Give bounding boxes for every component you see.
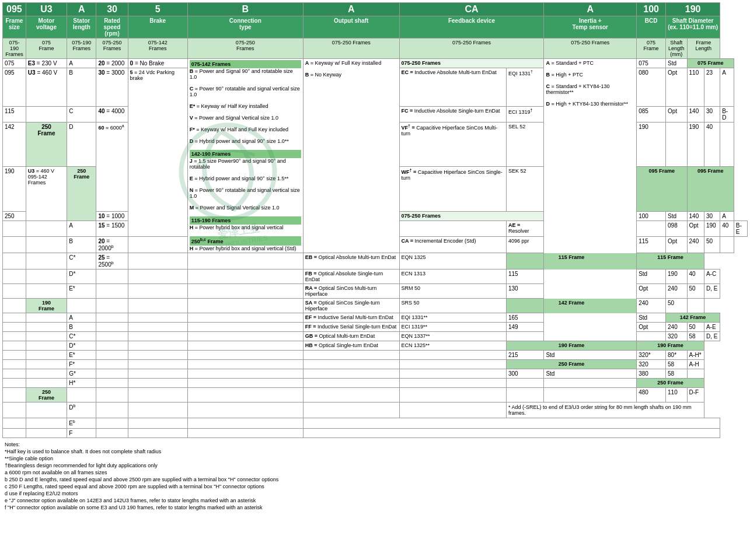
frame-length-a2: A — [720, 211, 734, 220]
note-e: e "J" connector option available on 142E… — [5, 498, 745, 503]
bcd-149-opt-val: Opt — [637, 323, 666, 332]
speed-1500: 15 = 1500 — [96, 220, 128, 236]
shaft-40-2: 40 — [720, 220, 734, 236]
shaft-23: 23 — [704, 68, 720, 107]
shaft-140: 140 — [687, 107, 704, 123]
bcd-115-std-val: Std — [637, 270, 666, 284]
shaft-190-2: 190 — [704, 220, 720, 236]
feedback-gb-code: EQN 1337** — [399, 332, 506, 341]
shaft-190-frame-header: 190 Frame — [637, 341, 704, 351]
stator-gstar-190: G* — [67, 369, 96, 379]
feedback-fb: FB = Optical Absolute Single-turn EnDat — [303, 270, 399, 284]
feedback-ff-code: ECI 1319** — [399, 323, 506, 332]
brake-5-col: 5 = 24 Vdc Parking brake — [128, 68, 187, 237]
feedback-ec-code: EQI 1331† — [507, 68, 544, 107]
header-inertia-temp: Inertia +Temp sensor — [544, 16, 637, 38]
label-250-frame: 250b,c Frame — [190, 236, 301, 246]
bcd-300-std-code: 300 — [507, 369, 544, 379]
bcd-115-opt-code: 115 — [637, 236, 666, 253]
stator-dstar-190: D* — [67, 341, 96, 351]
bcd-100-std-code: 100 — [637, 211, 666, 220]
frame-length-df: D-F — [687, 388, 704, 402]
feedback-hb: HB = Optical Single-turn EnDat — [303, 341, 399, 351]
voltage-u3: U3 = 460 V — [26, 68, 67, 107]
range-stator-length: 075-190Frames — [67, 38, 96, 59]
feedback-ra: RA = Optical SinCos Multi-turn Hiperface — [303, 284, 399, 299]
feedback-075-250-header2: 075-250 Frames — [399, 211, 544, 220]
shaft-075-frame-header: 075 Frame — [687, 59, 734, 68]
speed-1000: 10 = 1000 — [96, 211, 128, 220]
label-075-142-frames: 075-142 Frames — [190, 60, 301, 68]
note-f: f "H" connector option available on some… — [5, 505, 745, 510]
code-b: B — [187, 3, 303, 16]
bcd-190-frame-header: 190 Frame — [507, 341, 637, 351]
speed-2000: 20 = 2000 — [96, 59, 128, 68]
range-frame-length: FrameLength — [687, 38, 720, 59]
page: 095 U3 A 30 5 B A CA A 100 190 Framesize… — [0, 0, 750, 516]
feedback-gb: GB = Optical Multi-turn EnDat — [303, 332, 399, 341]
shaft-320: 320 — [666, 332, 687, 341]
stator-d: D — [67, 123, 96, 167]
stator-c: C — [67, 107, 96, 123]
range-brake: 075-142Frames — [128, 38, 187, 59]
stator-estar-190: E* — [67, 351, 96, 360]
shaft-58-2: 58 — [666, 360, 687, 369]
bcd-215-std-val: Std — [544, 351, 637, 360]
connection-075-142: 075-142 Frames B = Power and Signal 90° … — [187, 59, 303, 253]
feedback-ae: AE = Resolver — [507, 220, 544, 236]
feedback-075-250-header: 075-250 Frames — [399, 59, 544, 68]
bcd-100-std-val: Std — [666, 211, 687, 220]
code-ca: CA — [399, 3, 544, 16]
shaft-30: 30 — [704, 107, 720, 123]
shaft-140-2: 140 — [687, 211, 704, 220]
stator-f-250: F — [67, 428, 96, 438]
stator-estar: E* — [67, 284, 96, 299]
shaft-58: 58 — [687, 332, 704, 341]
code-30: 30 — [96, 3, 128, 16]
bcd-115-frame-header: 115 Frame — [507, 253, 637, 270]
feedback-ca-code: 4096 ppr — [507, 236, 544, 253]
shaft-240-2: 240 — [666, 284, 687, 299]
stator-b-095: B — [67, 236, 96, 253]
frame-length-de: D, E — [704, 284, 720, 299]
feedback-ca: CA = Incremental Encoder (Std) — [399, 236, 506, 253]
header-rated-speed: Ratedspeed(rpm) — [96, 16, 128, 38]
speed-2500-b: 25 = 2500b — [96, 253, 128, 270]
header-bcd: BCD — [637, 16, 666, 38]
frame-length-bd: B-D — [720, 107, 734, 123]
frame-length-a: A — [720, 68, 734, 107]
feedback-vf-code: SEL 52 — [507, 123, 544, 167]
bcd-080-opt-code: 080 — [637, 68, 666, 107]
header-motor-voltage: Motorvoltage — [26, 16, 67, 38]
label-115-190-frames: 115-190 Frames — [190, 216, 301, 225]
shaft-40: 40 — [704, 123, 720, 167]
frame-length-ac: A-C — [704, 270, 720, 284]
label-142-190-frames: 142-190 Frames — [190, 150, 301, 158]
range-motor-voltage: 075Frame — [26, 38, 67, 59]
range-rated-speed: 075-250Frames — [96, 38, 128, 59]
note-bearingless: †Bearingless design recommended for ligh… — [5, 463, 745, 468]
feedback-wf-code: SEK 52 — [507, 167, 544, 211]
shaft-58-3: 58 — [666, 369, 687, 379]
bcd-149-opt-code: 149 — [507, 323, 544, 332]
feedback-ef: EF = Inductive Serial Multi-turn EnDat — [303, 313, 399, 323]
bcd-130-opt-code: 130 — [507, 284, 544, 299]
speed-6000: 60 = 6000a — [96, 123, 128, 211]
main-table: 095 U3 A 30 5 B A CA A 100 190 Framesize… — [2, 2, 748, 438]
shaft-320-star: 320* — [637, 351, 666, 360]
bcd-115-std-code: 115 — [507, 270, 544, 284]
code-a3: A — [544, 3, 637, 16]
frame-length-de2: D, E — [704, 332, 720, 341]
code-5: 5 — [128, 3, 187, 16]
shaft-250-frame-header: 250 Frame — [637, 379, 704, 388]
note-half-key: *Half key is used to balance shaft. It d… — [5, 449, 745, 454]
frame-250-label2: 250Frame — [26, 388, 67, 402]
frame-190-label: 190Frame — [26, 299, 67, 313]
note-a: a 6000 rpm not available on all frames s… — [5, 470, 745, 475]
header-stator-length: Statorlength — [67, 16, 96, 38]
stator-db-250: Db — [67, 402, 96, 418]
code-190: 190 — [666, 3, 720, 16]
shaft-40-3: 40 — [687, 270, 704, 284]
bcd-250-frame-header: 250 Frame — [507, 360, 637, 369]
note-single-cable: **Single cable option — [5, 456, 745, 461]
